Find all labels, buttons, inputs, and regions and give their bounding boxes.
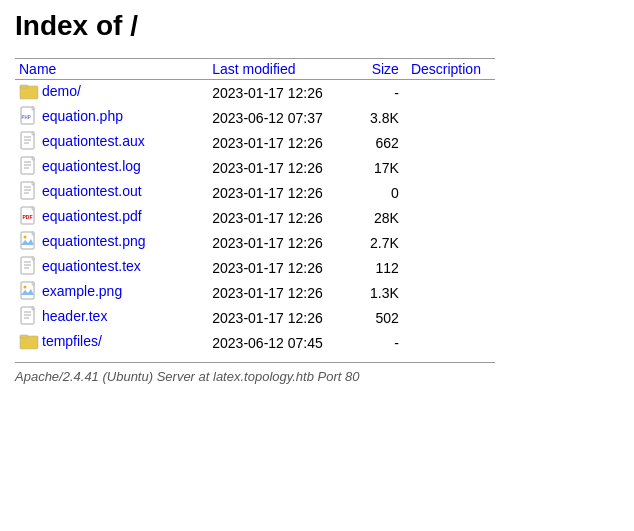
file-modified: 2023-01-17 12:26 bbox=[208, 255, 358, 280]
file-link[interactable]: equationtest.png bbox=[42, 233, 146, 249]
file-name-cell: PHP equation.php bbox=[15, 105, 208, 130]
file-name-cell: demo/ bbox=[15, 80, 208, 106]
table-row: equationtest.png2023-01-17 12:262.7K bbox=[15, 230, 495, 255]
file-icon-folder bbox=[19, 331, 39, 354]
file-modified: 2023-06-12 07:45 bbox=[208, 330, 358, 358]
svg-point-25 bbox=[24, 286, 27, 289]
file-link[interactable]: equationtest.aux bbox=[42, 133, 145, 149]
col-header-name: Name bbox=[15, 59, 208, 80]
file-listing-table: Name Last modified Size Description demo… bbox=[15, 58, 495, 358]
file-link[interactable]: equationtest.tex bbox=[42, 258, 141, 274]
file-icon-file-text bbox=[19, 256, 39, 279]
file-size: - bbox=[359, 80, 407, 106]
svg-text:PDF: PDF bbox=[23, 214, 33, 220]
file-icon-file-text bbox=[19, 156, 39, 179]
file-modified: 2023-06-12 07:37 bbox=[208, 105, 358, 130]
table-row: equationtest.tex2023-01-17 12:26112 bbox=[15, 255, 495, 280]
svg-rect-31 bbox=[20, 335, 28, 338]
file-description bbox=[407, 230, 495, 255]
file-name-cell: tempfiles/ bbox=[15, 330, 208, 358]
file-name-cell: equationtest.aux bbox=[15, 130, 208, 155]
file-link[interactable]: demo/ bbox=[42, 83, 81, 99]
file-description bbox=[407, 280, 495, 305]
svg-text:PHP: PHP bbox=[22, 115, 31, 120]
file-name-cell: equationtest.out bbox=[15, 180, 208, 205]
file-link[interactable]: tempfiles/ bbox=[42, 333, 102, 349]
svg-rect-1 bbox=[20, 85, 28, 88]
file-icon-file-pdf: PDF bbox=[19, 206, 39, 229]
file-size: 2.7K bbox=[359, 230, 407, 255]
table-row: tempfiles/2023-06-12 07:45- bbox=[15, 330, 495, 358]
sort-desc-link[interactable]: Description bbox=[411, 61, 481, 77]
table-row: equationtest.log2023-01-17 12:2617K bbox=[15, 155, 495, 180]
file-description bbox=[407, 255, 495, 280]
file-modified: 2023-01-17 12:26 bbox=[208, 280, 358, 305]
file-name-cell: header.tex bbox=[15, 305, 208, 330]
sort-size-link[interactable]: Size bbox=[372, 61, 399, 77]
file-link[interactable]: equation.php bbox=[42, 108, 123, 124]
file-size: 0 bbox=[359, 180, 407, 205]
server-footer: Apache/2.4.41 (Ubuntu) Server at latex.t… bbox=[15, 369, 619, 384]
col-header-description: Description bbox=[407, 59, 495, 80]
file-modified: 2023-01-17 12:26 bbox=[208, 305, 358, 330]
file-size: - bbox=[359, 330, 407, 358]
file-modified: 2023-01-17 12:26 bbox=[208, 155, 358, 180]
file-description bbox=[407, 330, 495, 358]
file-description bbox=[407, 305, 495, 330]
page-title: Index of / bbox=[15, 10, 619, 42]
sort-name-link[interactable]: Name bbox=[19, 61, 56, 77]
table-row: equationtest.aux2023-01-17 12:26662 bbox=[15, 130, 495, 155]
file-name-cell: equationtest.log bbox=[15, 155, 208, 180]
file-icon-file-text bbox=[19, 306, 39, 329]
sort-modified-link[interactable]: Last modified bbox=[212, 61, 295, 77]
file-name-cell: equationtest.png bbox=[15, 230, 208, 255]
svg-point-19 bbox=[24, 236, 27, 239]
file-icon-folder bbox=[19, 81, 39, 104]
file-icon-file-image bbox=[19, 281, 39, 304]
file-link[interactable]: equationtest.out bbox=[42, 183, 142, 199]
file-link[interactable]: example.png bbox=[42, 283, 122, 299]
file-size: 3.8K bbox=[359, 105, 407, 130]
file-link[interactable]: header.tex bbox=[42, 308, 107, 324]
file-description bbox=[407, 130, 495, 155]
file-link[interactable]: equationtest.pdf bbox=[42, 208, 142, 224]
file-size: 502 bbox=[359, 305, 407, 330]
file-link[interactable]: equationtest.log bbox=[42, 158, 141, 174]
file-size: 112 bbox=[359, 255, 407, 280]
file-size: 17K bbox=[359, 155, 407, 180]
file-size: 28K bbox=[359, 205, 407, 230]
file-name-cell: equationtest.tex bbox=[15, 255, 208, 280]
file-size: 662 bbox=[359, 130, 407, 155]
table-row: example.png2023-01-17 12:261.3K bbox=[15, 280, 495, 305]
file-icon-file-text bbox=[19, 131, 39, 154]
file-icon-file-image bbox=[19, 231, 39, 254]
table-row: header.tex2023-01-17 12:26502 bbox=[15, 305, 495, 330]
file-icon-file-php: PHP bbox=[19, 106, 39, 129]
file-name-cell: example.png bbox=[15, 280, 208, 305]
table-row: demo/2023-01-17 12:26- bbox=[15, 80, 495, 106]
file-name-cell: PDF equationtest.pdf bbox=[15, 205, 208, 230]
table-row: equationtest.out2023-01-17 12:260 bbox=[15, 180, 495, 205]
file-icon-file-text bbox=[19, 181, 39, 204]
col-header-size: Size bbox=[359, 59, 407, 80]
file-description bbox=[407, 205, 495, 230]
file-description bbox=[407, 180, 495, 205]
file-rows: demo/2023-01-17 12:26- PHP equation.php2… bbox=[15, 80, 495, 359]
file-modified: 2023-01-17 12:26 bbox=[208, 205, 358, 230]
file-modified: 2023-01-17 12:26 bbox=[208, 180, 358, 205]
table-header: Name Last modified Size Description bbox=[15, 59, 495, 80]
file-description bbox=[407, 155, 495, 180]
table-row: PDF equationtest.pdf2023-01-17 12:2628K bbox=[15, 205, 495, 230]
file-modified: 2023-01-17 12:26 bbox=[208, 130, 358, 155]
table-row: PHP equation.php2023-06-12 07:373.8K bbox=[15, 105, 495, 130]
file-modified: 2023-01-17 12:26 bbox=[208, 230, 358, 255]
file-size: 1.3K bbox=[359, 280, 407, 305]
col-header-modified: Last modified bbox=[208, 59, 358, 80]
divider bbox=[15, 362, 495, 363]
file-modified: 2023-01-17 12:26 bbox=[208, 80, 358, 106]
file-description bbox=[407, 80, 495, 106]
file-description bbox=[407, 105, 495, 130]
